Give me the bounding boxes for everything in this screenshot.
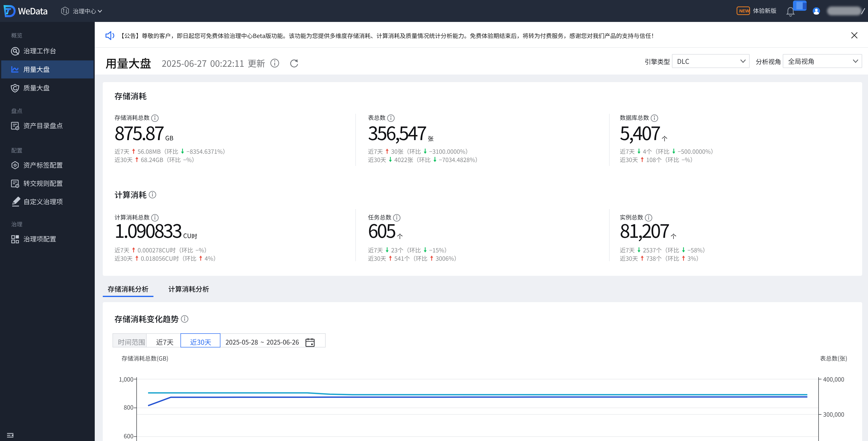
svg-text:NEW: NEW <box>739 8 750 13</box>
